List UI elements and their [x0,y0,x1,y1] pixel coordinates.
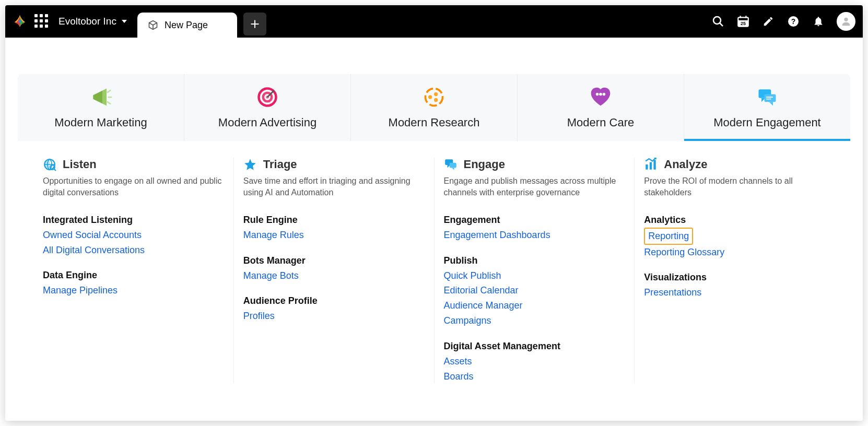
cube-icon [148,20,158,30]
link-manage-rules[interactable]: Manage Rules [243,228,425,243]
group-title: Visualizations [644,272,825,283]
engage-icon [444,158,458,171]
module-label: Modern Marketing [54,116,147,129]
link-all-digital-conversations[interactable]: All Digital Conversations [43,243,224,258]
topbar-actions: 25 ? [711,12,855,31]
notifications-icon[interactable] [812,15,825,28]
link-campaigns[interactable]: Campaigns [444,313,625,328]
group-title: Publish [444,255,625,266]
svg-point-1 [713,17,721,24]
chevron-down-icon [122,20,127,23]
column-triage: TriageSave time and effort in triaging a… [234,158,435,384]
link-audience-manager[interactable]: Audience Manager [444,298,625,313]
page-tab[interactable]: New Page [137,13,237,38]
svg-line-2 [720,23,723,26]
calendar-badge: 25 [741,21,746,26]
svg-point-10 [844,18,848,21]
group-title: Data Engine [43,270,224,281]
column-title: Analyze [664,158,707,171]
module-tab-engagement[interactable]: Modern Engagement [684,74,850,141]
module-tab-care[interactable]: Modern Care [518,74,684,141]
analyze-icon [644,158,658,171]
module-label: Modern Engagement [713,116,820,129]
tab-region: New Page [137,5,266,38]
plus-icon [250,19,260,29]
column-header: Listen [43,158,224,171]
svg-rect-25 [765,94,776,102]
svg-point-19 [434,92,438,96]
svg-point-21 [596,93,599,96]
column-header: Engage [444,158,625,171]
search-icon[interactable] [711,15,725,28]
columns-container: ListenOpportunities to engage on all own… [18,158,850,384]
module-tab-research[interactable]: Modern Research [351,74,518,141]
column-listen: ListenOpportunities to engage on all own… [33,158,234,384]
calendar-icon[interactable]: 25 [736,15,750,28]
column-engage: EngageEngage and publish messages across… [435,158,635,384]
column-title: Listen [63,158,97,171]
link-engagement-dashboards[interactable]: Engagement Dashboards [444,228,625,243]
group-title: Engagement [444,215,625,226]
column-description: Opportunities to engage on all owned and… [43,175,224,199]
link-quick-publish[interactable]: Quick Publish [444,268,625,283]
care-icon [589,86,612,109]
advertising-icon [256,86,279,109]
module-tab-marketing[interactable]: Modern Marketing [18,74,184,141]
engagement-icon [756,86,779,109]
marketing-icon [89,86,112,109]
link-manage-pipelines[interactable]: Manage Pipelines [43,283,224,298]
group-title: Rule Engine [243,215,425,226]
page-content: Modern MarketingModern AdvertisingModern… [5,38,863,421]
module-tabs: Modern MarketingModern AdvertisingModern… [18,74,850,141]
edit-icon[interactable] [761,15,775,28]
column-description: Prove the ROI of modern channels to all … [644,175,825,199]
column-title: Engage [464,158,505,171]
link-reporting[interactable]: Reporting [644,228,693,245]
group-title: Analytics [644,215,825,226]
svg-point-18 [428,95,432,99]
svg-rect-33 [646,164,648,170]
triage-icon [243,158,257,171]
link-editorial-calendar[interactable]: Editorial Calendar [444,283,625,298]
top-bar: Evoltobor Inc New Page 25 [5,5,863,38]
user-avatar[interactable] [837,12,855,31]
svg-line-11 [108,90,111,92]
new-tab-button[interactable] [243,13,266,36]
column-header: Triage [243,158,425,171]
group-title: Audience Profile [243,295,425,306]
link-reporting-glossary[interactable]: Reporting Glossary [644,245,825,260]
module-label: Modern Advertising [218,116,316,129]
column-analyze: AnalyzeProve the ROI of modern channels … [635,158,835,384]
module-label: Modern Research [389,116,480,129]
svg-point-17 [426,89,443,106]
help-icon[interactable]: ? [787,15,800,28]
link-boards[interactable]: Boards [444,369,625,384]
brand-logo-icon [13,14,27,29]
org-switcher[interactable]: Evoltobor Inc [58,16,127,27]
link-owned-social-accounts[interactable]: Owned Social Accounts [43,228,224,243]
module-tab-advertising[interactable]: Modern Advertising [184,74,351,141]
svg-rect-35 [654,160,656,169]
link-presentations[interactable]: Presentations [644,285,825,300]
group-title: Digital Asset Management [444,341,625,352]
group-title: Integrated Listening [43,215,224,226]
link-manage-bots[interactable]: Manage Bots [243,268,425,283]
svg-rect-34 [650,162,652,170]
svg-point-23 [603,93,606,96]
module-label: Modern Care [567,116,634,129]
svg-point-22 [599,93,602,96]
svg-point-20 [434,98,438,102]
svg-line-30 [54,169,56,171]
svg-text:?: ? [791,17,796,26]
link-assets[interactable]: Assets [444,354,625,369]
research-icon [423,86,445,109]
app-launcher-icon[interactable] [34,14,49,29]
svg-line-13 [108,102,111,104]
column-description: Engage and publish messages across multi… [444,175,625,199]
column-description: Save time and effort in triaging and ass… [243,175,425,199]
link-profiles[interactable]: Profiles [243,309,425,324]
column-title: Triage [263,158,297,171]
org-name: Evoltobor Inc [58,16,116,27]
group-title: Bots Manager [243,255,425,266]
column-header: Analyze [644,158,825,171]
